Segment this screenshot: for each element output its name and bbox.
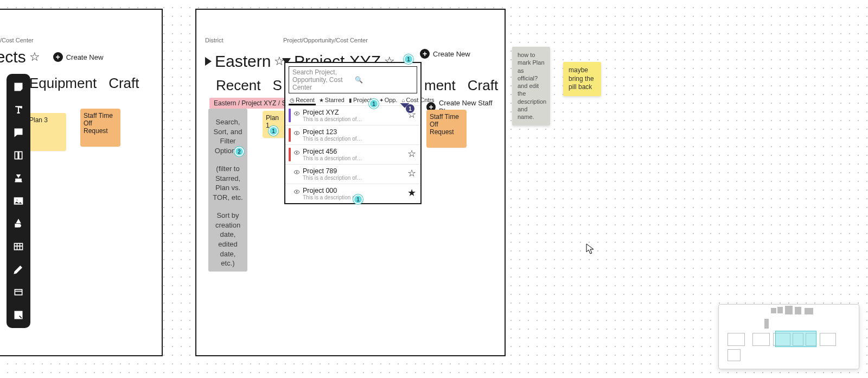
- row-stripe: [289, 167, 291, 181]
- row-stripe: [289, 148, 291, 161]
- row-stripe: [289, 109, 291, 122]
- filter-starred[interactable]: ★Starred: [319, 97, 344, 103]
- sticky-yellow-note[interactable]: maybe bring the pill back: [563, 62, 601, 96]
- callout-2[interactable]: 2: [234, 147, 244, 156]
- star-outline-icon[interactable]: ☆: [407, 167, 416, 179]
- card-staff-tor-left[interactable]: Staff Time Off Request: [80, 109, 120, 147]
- tab-craft-main[interactable]: Craft: [468, 77, 498, 94]
- eye-icon: [293, 149, 301, 156]
- dropdown-row[interactable]: Project 789This is a description of…☆: [285, 164, 420, 184]
- row-stripe: [289, 128, 291, 142]
- row-desc: This is a description of…: [303, 116, 405, 122]
- svg-point-12: [296, 152, 298, 154]
- star-filled-icon[interactable]: ★: [407, 187, 416, 199]
- svg-point-8: [296, 113, 298, 115]
- left-toolbar: [7, 74, 30, 328]
- district-expand-triangle-icon[interactable]: [205, 57, 212, 66]
- dropdown-row[interactable]: Project 456This is a description of…☆: [285, 144, 420, 164]
- more-tools-icon[interactable]: [11, 307, 26, 323]
- mouse-cursor-icon: [586, 243, 595, 256]
- create-new-plus-icon[interactable]: +: [420, 49, 430, 59]
- projects-title-fragment: jects: [0, 48, 26, 66]
- row-desc: This is a description of…: [303, 175, 405, 181]
- row-name: Project 123: [303, 128, 416, 136]
- sticky-note-tool-icon[interactable]: [11, 79, 26, 94]
- dropdown-row[interactable]: Project XYZThis is a description of…☆: [285, 105, 420, 125]
- pen-tool-icon[interactable]: [11, 262, 26, 277]
- tab-s-fragment[interactable]: S: [272, 77, 282, 94]
- shapes-tool-icon[interactable]: [11, 216, 26, 231]
- dropdown-search[interactable]: Search Project, Opportunity, Cost Center…: [289, 66, 417, 93]
- row-name: Project 789: [303, 167, 405, 175]
- crumb-district-label: District: [205, 37, 224, 43]
- svg-rect-1: [19, 152, 22, 159]
- image-tool-icon[interactable]: [11, 193, 26, 209]
- wireframe-main-frame: District Project/Opportunity/Cost Center…: [195, 9, 506, 356]
- minimap[interactable]: [718, 304, 859, 369]
- callout-1c[interactable]: 1: [269, 126, 278, 136]
- stamp-tool-icon[interactable]: [11, 171, 26, 186]
- svg-point-10: [296, 133, 298, 134]
- tab-ment-fragment[interactable]: ment: [424, 77, 456, 94]
- eye-icon: [293, 129, 301, 137]
- minimap-viewport[interactable]: [775, 331, 816, 347]
- card-staff-tor-right[interactable]: Staff Time Off Request: [426, 110, 467, 148]
- create-new-link[interactable]: Create New: [66, 53, 104, 61]
- filter-opp[interactable]: ✦Opp.: [379, 97, 398, 103]
- collaborator-cursor-badge[interactable]: 1: [405, 103, 416, 114]
- row-desc: This is a description of…: [303, 155, 405, 161]
- callout-1d[interactable]: 1: [353, 194, 363, 204]
- comment-tool-icon[interactable]: [11, 125, 26, 140]
- row-name: Project 000: [303, 187, 405, 194]
- crumb-cost-center-fragment: /Cost Center: [0, 37, 34, 43]
- svg-rect-5: [15, 289, 22, 295]
- star-outline-icon[interactable]: ☆: [29, 51, 40, 63]
- text-tool-icon[interactable]: [11, 102, 26, 117]
- svg-point-14: [296, 172, 298, 173]
- tab-craft[interactable]: Craft: [108, 75, 139, 92]
- dropdown-search-placeholder: Search Project, Opportunity, Cost Center: [292, 68, 352, 91]
- row-desc: This is a description of…: [303, 136, 416, 142]
- star-outline-icon[interactable]: ☆: [407, 148, 416, 160]
- filter-recent[interactable]: ◷Recent: [290, 97, 315, 103]
- project-dropdown: Search Project, Opportunity, Cost Center…: [284, 62, 422, 204]
- tab-recent[interactable]: Recent: [216, 77, 260, 94]
- eye-icon: [293, 188, 301, 196]
- section-tool-icon[interactable]: [11, 148, 26, 163]
- dropdown-row[interactable]: Project 123This is a description of…: [285, 125, 420, 144]
- svg-rect-0: [15, 152, 18, 159]
- card-tool-icon[interactable]: [11, 285, 26, 300]
- svg-point-16: [296, 191, 298, 193]
- plus-circle-icon[interactable]: +: [53, 52, 63, 62]
- callout-1a[interactable]: 1: [404, 54, 413, 64]
- search-sort-note: Search, Sort, and Filter Options. (filte…: [208, 109, 247, 272]
- row-name: Project XYZ: [303, 109, 405, 116]
- create-new-link-main[interactable]: Create New: [433, 50, 470, 58]
- eye-icon: [293, 110, 301, 117]
- row-stripe: [289, 187, 291, 200]
- crumb-project-label: Project/Opportunity/Cost Center: [283, 37, 368, 43]
- search-icon[interactable]: 🔍: [355, 76, 414, 84]
- card-plan-3[interactable]: Plan 3: [26, 113, 66, 151]
- table-tool-icon[interactable]: [11, 239, 26, 254]
- callout-1b[interactable]: 1: [369, 99, 379, 109]
- district-title[interactable]: Eastern: [215, 52, 271, 71]
- row-name: Project 456: [303, 148, 405, 155]
- dropdown-filter-row: ◷Recent ★Starred ▮Projects ✦Opp. ⌂Cost C…: [285, 97, 420, 105]
- eye-icon: [293, 168, 301, 176]
- sticky-gray-note[interactable]: how to mark Plan as official? and edit t…: [512, 47, 550, 125]
- tab-equipment[interactable]: Equipment: [29, 75, 97, 92]
